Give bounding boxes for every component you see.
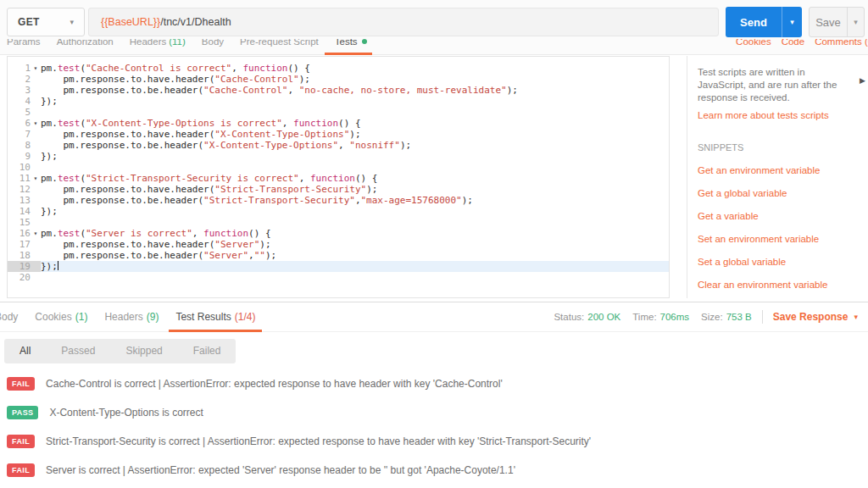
code-line[interactable]: 10 [8,162,669,173]
response-tab-cookies[interactable]: Cookies(1) [35,302,87,331]
tab-label: Headers [130,39,166,47]
unsaved-changes-dot-icon [362,39,367,44]
code-line[interactable]: 8 pm.response.to.be.header("X-Content-Ty… [8,140,669,151]
filter-passed[interactable]: Passed [46,339,110,363]
line-gutter: 8 [8,140,41,151]
code-token: , [338,140,349,151]
line-gutter: 18 [8,250,41,261]
tab-label: Params [7,39,41,47]
tab-tests[interactable]: Tests [335,39,367,55]
code-line[interactable]: 15 [8,217,669,228]
code-line[interactable]: 1▾pm.test("Cache-Control is correct", fu… [8,63,669,74]
learn-more-link[interactable]: Learn more about tests scripts [698,110,829,120]
code-content: pm.response.to.have.header("X-Content-Ty… [41,129,669,140]
code-line[interactable]: 17 pm.response.to.have.header("Server"); [8,239,669,250]
code-line[interactable]: 2 pm.response.to.have.header("Cache-Cont… [8,74,669,85]
code-line[interactable]: 11▾pm.test("Strict-Transport-Security is… [8,173,669,184]
snippet-set-a-global-variable[interactable]: Set a global variable [698,257,856,267]
code-line[interactable]: 18 pm.response.to.be.header("Server","")… [8,250,669,261]
code-line[interactable]: 7 pm.response.to.have.header("X-Content-… [8,129,669,140]
save-response-caret[interactable]: ▾ [854,313,858,321]
tab-label: Body [0,311,18,323]
code-token: ); [366,184,377,195]
response-tab-headers[interactable]: Headers(9) [104,302,159,331]
result-status-badge: FAIL [7,435,35,448]
code-content: pm.test("X-Content-Type-Options is corre… [41,118,669,129]
code-token: "Server" [214,239,259,250]
snippet-get-an-environment-variable[interactable]: Get an environment variable [698,165,856,175]
code-token: "nosniff" [349,140,400,151]
code-token: }); [41,261,58,272]
tab-authorization[interactable]: Authorization [57,39,114,55]
save-button[interactable]: Save [810,8,847,36]
fold-arrow-icon [31,195,41,206]
filter-all[interactable]: All [4,339,46,363]
code-line[interactable]: 16▾pm.test("Server is correct", function… [8,228,669,239]
fold-arrow-icon [31,206,41,217]
code-content: pm.test("Cache-Control is correct", func… [41,63,669,74]
url-input[interactable]: {{BaseURL}}/tnc/v1/Dhealth [88,8,719,36]
code-line[interactable]: 3 pm.response.to.be.header("Cache-Contro… [8,85,669,96]
tab-body[interactable]: Body [202,39,224,55]
code-line[interactable]: 9}); [8,151,669,162]
save-options-caret[interactable]: ▾ [847,8,864,36]
http-method-select[interactable]: GET ▾ [7,8,85,36]
code-line[interactable]: 4}); [8,96,669,107]
code-content: pm.response.to.have.header("Cache-Contro… [41,74,669,85]
response-tab-test-results[interactable]: Test Results(1/4) [175,302,255,331]
code-token: pm.response.to.be.header( [41,140,203,151]
line-gutter: 9 [8,151,41,162]
tab-pre-request-script[interactable]: Pre-request Script [240,39,319,55]
tab-headers[interactable]: Headers(11) [130,39,186,55]
response-tabs: BodyCookies(1)Headers(9)Test Results(1/4… [0,302,272,331]
filter-skipped[interactable]: Skipped [110,339,177,363]
fold-arrow-icon[interactable]: ▾ [31,63,41,74]
test-result-row: FAILServer is correct | AssertionError: … [0,456,868,485]
tests-code-editor[interactable]: 1▾pm.test("Cache-Control is correct", fu… [7,56,670,298]
code-line[interactable]: 12 pm.response.to.have.header("Strict-Tr… [8,184,669,195]
code-token: ); [259,239,270,250]
send-options-caret[interactable]: ▾ [782,7,802,37]
link-cookies[interactable]: Cookies [736,39,771,55]
time-value: 706ms [660,312,690,322]
line-number: 2 [8,74,31,85]
line-number: 3 [8,85,31,96]
code-line[interactable]: 20 [8,272,669,283]
collapse-sidebar-icon[interactable]: ▶ [860,76,865,85]
code-token: , [355,195,361,206]
url-variable: {{BaseURL}} [101,16,160,28]
line-number: 8 [8,140,31,151]
code-line[interactable]: 14}); [8,206,669,217]
filter-failed[interactable]: Failed [178,339,236,363]
response-tab-body[interactable]: Body [0,302,18,331]
fold-arrow-icon [31,162,41,173]
snippet-set-an-environment-variable[interactable]: Set an environment variable [698,234,856,244]
line-gutter: 20 [8,272,41,283]
save-response-button[interactable]: Save Response [773,311,849,323]
tab-params[interactable]: Params [7,39,41,55]
fold-arrow-icon[interactable]: ▾ [31,173,41,184]
snippet-get-a-global-variable[interactable]: Get a global variable [698,188,856,198]
code-token: ( [80,228,86,239]
code-token: test [58,173,81,184]
code-line[interactable]: 5 [8,107,669,118]
code-token: "Server" [203,250,248,261]
send-button[interactable]: Send [726,7,782,37]
code-line[interactable]: 6▾pm.test("X-Content-Type-Options is cor… [8,118,669,129]
link-code[interactable]: Code [782,39,805,55]
code-line[interactable]: 19}); [8,261,669,272]
code-content: pm.test("Strict-Transport-Security is co… [41,173,669,184]
code-token: function [242,63,287,74]
line-number: 6 [8,118,31,129]
snippet-get-a-variable[interactable]: Get a variable [698,211,856,221]
snippet-clear-an-environment-variable[interactable]: Clear an environment variable [698,280,856,290]
fold-arrow-icon[interactable]: ▾ [31,228,41,239]
code-token: () { [338,118,361,129]
link-comments-0-[interactable]: Comments (0) [815,39,868,55]
fold-arrow-icon[interactable]: ▾ [31,118,41,129]
line-gutter: 11▾ [8,173,41,184]
test-result-row: PASSX-Content-Type-Options is correct [0,398,868,427]
tab-label: Headers [104,311,142,323]
line-number: 19 [8,261,31,272]
code-line[interactable]: 13 pm.response.to.be.header("Strict-Tran… [8,195,669,206]
